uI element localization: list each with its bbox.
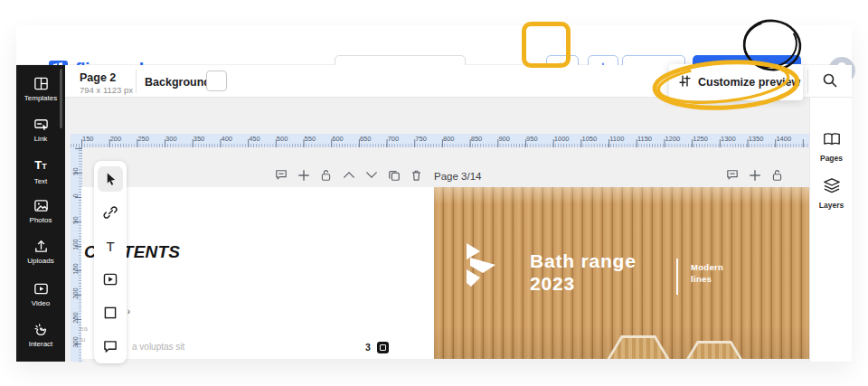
select-tool[interactable] [98,166,123,192]
add-page-icon[interactable] [748,168,761,182]
comment-icon[interactable] [274,168,288,182]
hexagon-mirror [680,341,749,359]
cover-title[interactable]: Bath range 2023 [530,249,637,295]
top-bar: flipsnack File View Help ✎ New flipbook … [16,25,852,65]
move-down-icon[interactable] [364,168,378,182]
page-2-canvas[interactable]: CONTENTS ea lu a voluptas sit 3 [81,187,434,359]
page-controls-right [725,168,784,182]
background-color-swatch[interactable] [206,71,227,91]
search-icon [822,72,838,92]
customize-preview-menu-item[interactable]: Customize preview [669,64,803,100]
body-text-fragment: lu [80,335,85,344]
ruler-tick-label: 600 [332,135,344,143]
divider [136,70,137,93]
sidebar-item-label: Video [32,299,50,307]
body-text[interactable]: a voluptas sit [132,342,184,352]
ruler-tick-label: 500 [277,135,288,143]
editor-canvas: 1502002503003504004505005506006507007508… [65,98,809,362]
comment-icon[interactable] [725,168,739,182]
ruler-tick-label: 700 [388,135,400,143]
search-button[interactable] [819,71,841,93]
sidebar-item-label: Text [34,177,48,185]
ruler-tick-label: 150 [71,263,80,275]
cover-subtitle-line1: Modern [691,261,723,273]
ruler-tick-label: 650 [360,135,372,143]
add-page-icon[interactable] [297,168,310,182]
link-tool[interactable] [98,200,123,225]
divider [807,70,808,93]
horizontal-ruler: 1502002503003504004505005506006507007508… [71,134,809,147]
ruler-tick-label: 300 [71,336,80,348]
page-dimensions: 794 x 1123 px [80,85,133,95]
ruler-tick-label: 550 [305,135,316,143]
ruler-tick-label: 250 [137,135,149,143]
text-icon: TT [34,157,46,174]
unlock-icon[interactable] [319,168,333,182]
ruler-tick-label: 1250 [693,135,708,143]
move-up-icon[interactable] [342,168,355,182]
ruler-tick-label: 200 [71,287,80,299]
sidebar-item-label: Photos [30,216,52,224]
link-icon [33,117,49,132]
page-3-canvas[interactable]: Bath range 2023 Modern lines [434,187,809,359]
left-sidebar-scrollbar[interactable] [60,69,62,128]
ruler-tick-label: 450 [249,135,260,143]
sidebar-item-label: Pages [820,154,843,163]
cover-divider [676,259,678,295]
text-tool[interactable]: T [98,233,123,259]
sliders-icon [678,74,692,91]
cover-subtitle-line2: lines [691,273,723,285]
ruler-tick-label: 1400 [776,135,791,143]
ruler-tick-label: 50 [71,214,80,226]
ruler-tick-label: 50 [71,165,80,177]
cover-subtitle[interactable]: Modern lines [691,261,723,285]
ruler-tick-label: 1350 [749,135,764,143]
ruler-tick-label: 100 [71,239,80,250]
sidebar-item-interact[interactable]: Interact [16,322,65,354]
brand-logo-mark [467,243,503,290]
sidebar-item-templates[interactable]: Templates [16,76,65,108]
cover-title-line2: 2023 [530,272,637,295]
delete-icon[interactable] [410,168,423,182]
ruler-tick-label: 900 [498,135,510,143]
shapes-tool[interactable]: › [98,300,123,325]
comment-tool[interactable] [98,334,123,359]
body-text-fragment: ea [80,325,88,333]
media-tool[interactable] [98,267,123,292]
sidebar-item-text[interactable]: TT Text [16,157,65,190]
uploads-icon [33,239,49,254]
background-label: Background [145,76,211,89]
video-icon [33,281,49,297]
ruler-tick-label: 950 [526,135,538,143]
right-sidebar: Pages Layers [809,98,852,362]
sidebar-item-link[interactable]: Link [16,117,65,149]
ruler-tick-label: 1050 [582,135,598,143]
customize-preview-label: Customize preview [698,76,800,89]
ruler-tick-label: 1300 [721,135,736,143]
page-spread-label: Page 3/14 [434,171,481,182]
ruler-tick-label: 400 [221,135,232,143]
page-controls-left [274,168,423,182]
tools-palette: T › [94,161,127,363]
page-number-badge[interactable] [377,342,389,353]
sidebar-item-layers[interactable]: Layers [810,177,853,210]
unlock-icon[interactable] [770,168,784,182]
sidebar-item-video[interactable]: Video [16,281,65,314]
ruler-tick-label: 1150 [637,135,652,143]
sidebar-item-uploads[interactable]: Uploads [16,239,65,271]
sidebar-item-label: Link [34,135,48,143]
sidebar-item-label: Layers [819,201,844,210]
chevron-right-icon: › [127,306,130,316]
current-page-title: Page 2 [80,71,116,84]
ruler-tick-label: 1000 [554,135,570,143]
sidebar-item-photos[interactable]: Photos [16,198,65,231]
sidebar-item-pages[interactable]: Pages [810,132,853,163]
ruler-tick-label: 800 [443,135,455,143]
sidebar-item-label: Uploads [27,257,53,265]
ruler-tick-label: 350 [193,135,205,143]
ruler-tick-label: 200 [110,135,122,143]
sidebar-item-label: Interact [29,340,53,348]
duplicate-icon[interactable] [387,168,401,182]
ruler-tick-label: 250 [71,312,80,324]
ruler-tick-label: 1100 [609,135,624,143]
